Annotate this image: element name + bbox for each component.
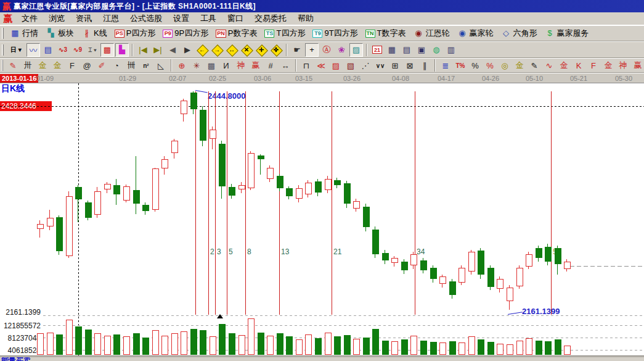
fan-lines-icon[interactable]: ≪: [314, 59, 328, 72]
menu-item-3[interactable]: 资讯: [70, 12, 97, 25]
parallel-lines-icon[interactable]: ∥: [418, 59, 431, 72]
pan-h-diamond[interactable]: ↔: [225, 43, 238, 57]
target-circle-icon[interactable]: ⊕: [175, 59, 189, 72]
hexagon-button[interactable]: ◇六角形: [497, 27, 541, 39]
first-page-icon[interactable]: |◀: [136, 43, 150, 57]
n-square-icon[interactable]: n²: [139, 59, 153, 72]
gold-lines-icon[interactable]: 金: [513, 59, 526, 72]
step-forward-icon[interactable]: ▶: [181, 43, 194, 57]
menu-item-2[interactable]: 浏览: [43, 12, 70, 25]
t9-square-button[interactable]: T99T四方形: [309, 27, 361, 39]
color-histogram-icon[interactable]: ▙: [115, 43, 129, 57]
spiral-icon[interactable]: @: [80, 59, 94, 72]
pan-left-diamond[interactable]: ←: [195, 43, 209, 57]
gold-circle-icon[interactable]: ◎: [498, 59, 512, 72]
t-square-button[interactable]: TST四方形: [261, 27, 309, 39]
red-wave-icon[interactable]: ∿: [542, 59, 556, 72]
kline-button[interactable]: ∦K线: [78, 27, 111, 39]
percent-5-icon[interactable]: %: [483, 59, 497, 72]
span-arrow-icon[interactable]: ↔: [279, 59, 292, 72]
period-selector[interactable]: 日 ▾: [7, 43, 25, 57]
menu-item-8[interactable]: 窗口: [222, 12, 249, 25]
menu-item-6[interactable]: 设置: [168, 12, 195, 25]
wave-3-icon[interactable]: ∿3: [56, 43, 70, 57]
calendar-icon[interactable]: 21: [370, 43, 384, 57]
red-shen-icon[interactable]: 神: [616, 59, 630, 72]
info-doc-icon[interactable]: ▤: [41, 43, 55, 57]
toolbar-grip[interactable]: [2, 28, 4, 39]
calculator-icon[interactable]: ▦: [385, 43, 399, 57]
sectors-button[interactable]: ▚板块: [42, 27, 78, 39]
menu-item-9[interactable]: 交易委托: [249, 12, 292, 25]
gann-nw-icon[interactable]: И: [219, 59, 233, 72]
date-axis[interactable]: 2013-01-16 01-0901-2902-0702-2503-0603-1…: [0, 73, 644, 83]
fan-box-2-icon[interactable]: ▧: [344, 59, 357, 72]
menu-item-1[interactable]: 文件: [16, 12, 43, 25]
shen-grid-icon[interactable]: 神: [234, 59, 248, 72]
menu-item-7[interactable]: 工具: [195, 12, 222, 25]
save-icon[interactable]: ▣: [415, 43, 428, 57]
red-gold-icon[interactable]: 金: [557, 59, 571, 72]
move-all-diamond[interactable]: ✛: [255, 43, 268, 57]
zigzag-icon[interactable]: ∨∨: [373, 59, 387, 72]
pen-tool-icon[interactable]: ✐: [95, 59, 108, 72]
wave-9-icon[interactable]: ∿9: [71, 43, 84, 57]
print-icon[interactable]: ▥: [444, 43, 458, 57]
candle-style-icon[interactable]: ⌶ ▾: [86, 43, 99, 57]
zoom-x-diamond[interactable]: ✕: [240, 43, 253, 57]
fan-box-icon[interactable]: ▨: [329, 59, 343, 72]
toolbar-grip[interactable]: [2, 44, 4, 56]
pan-right-diamond[interactable]: →: [210, 43, 224, 57]
center-diamond[interactable]: ✜: [269, 43, 283, 57]
ying-grid-icon[interactable]: 赢: [249, 59, 263, 72]
pen-2-icon[interactable]: ✎: [528, 59, 541, 72]
square-grid-icon[interactable]: ⊞: [388, 59, 402, 72]
menu-item-4[interactable]: 江恩: [97, 12, 124, 25]
draw-mode-icon[interactable]: 〰: [26, 43, 40, 57]
menu-item-5[interactable]: 公式选股: [124, 12, 168, 25]
p-number-button[interactable]: PNP数字表: [212, 27, 261, 39]
number-grid-icon[interactable]: #: [264, 59, 277, 72]
frame-tool-icon[interactable]: ⊓: [300, 59, 313, 72]
t-percent-icon[interactable]: T%: [454, 59, 467, 72]
menu-item-10[interactable]: 帮助: [292, 12, 319, 25]
toolbar-grip[interactable]: [2, 60, 3, 71]
pattern-tool-icon[interactable]: ▨: [349, 43, 363, 57]
comb-lines-icon[interactable]: 卅: [21, 59, 35, 72]
f-grid-icon[interactable]: F: [65, 59, 79, 72]
angle-tool-icon[interactable]: ◺: [154, 59, 168, 72]
comb-lines-2-icon[interactable]: 卌: [124, 59, 138, 72]
gold-grid-icon[interactable]: 金: [36, 59, 49, 72]
winner-wheel-button[interactable]: ◉赢家轮: [454, 27, 497, 39]
step-back-icon[interactable]: ◀: [166, 43, 179, 57]
refresh-icon[interactable]: ◍: [430, 43, 443, 57]
p-square-button[interactable]: PSP四方形: [111, 27, 160, 39]
chips-icon[interactable]: ▩: [100, 43, 114, 57]
gann-web-icon[interactable]: ✳: [190, 59, 203, 72]
quotes-button[interactable]: ▦行情: [6, 27, 42, 39]
gann-web-box-icon[interactable]: ▩: [205, 59, 218, 72]
t-number-button[interactable]: TNT数字表: [362, 27, 410, 39]
hand-tool-icon[interactable]: ☛: [290, 43, 304, 57]
kline-chart[interactable]: 日K线 2428.3446 2161.1399 121855572 812370…: [0, 83, 644, 355]
time-circle-icon[interactable]: ◔: [110, 59, 123, 72]
square-grid-2-icon[interactable]: ⊠: [403, 59, 417, 72]
red-k-icon[interactable]: K: [572, 59, 585, 72]
percent-icon[interactable]: %: [468, 59, 482, 72]
gold-grid-2-icon[interactable]: 金: [51, 59, 64, 72]
pencil-tool-icon[interactable]: ✎: [6, 59, 20, 72]
zoom-tool-icon[interactable]: Ⓐ: [320, 43, 333, 57]
candle-body: [267, 168, 274, 179]
last-page-icon[interactable]: ▶|: [151, 43, 165, 57]
rays-icon[interactable]: ⋰: [359, 59, 372, 72]
winner-service-button[interactable]: $赢家服务: [541, 27, 593, 39]
gann-wheel-button[interactable]: ◉江恩轮: [410, 27, 454, 39]
red-ying-icon[interactable]: 赢: [631, 59, 644, 72]
red-gold-2-icon[interactable]: 金: [601, 59, 615, 72]
levels-icon[interactable]: ≣: [439, 59, 452, 72]
red-f-icon[interactable]: F: [587, 59, 600, 72]
flower-tool-icon[interactable]: ❀: [335, 43, 348, 57]
notes-icon[interactable]: ▤: [400, 43, 414, 57]
crosshair-tool-icon[interactable]: +: [305, 43, 319, 57]
p9-square-button[interactable]: P99P四方形: [159, 27, 212, 39]
